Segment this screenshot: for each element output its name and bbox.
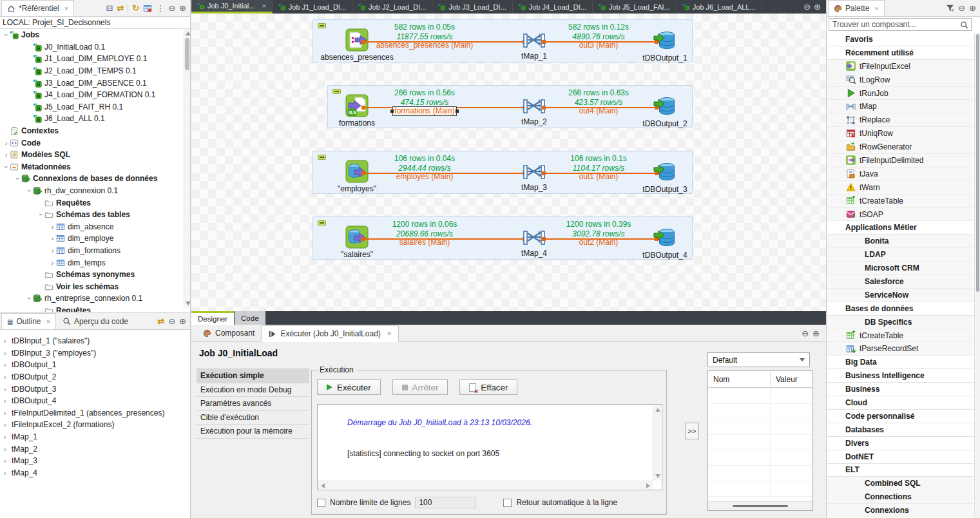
chevron-icon[interactable]	[26, 115, 33, 122]
tree-item[interactable]: Métadonnées	[0, 161, 184, 173]
palette-row[interactable]: Connexions	[827, 504, 974, 517]
tab-code[interactable]: Code	[235, 311, 265, 325]
filter-icon[interactable]	[946, 4, 954, 12]
chevron-icon[interactable]	[37, 199, 44, 207]
context-dropdown[interactable]: Default	[707, 352, 810, 367]
output-component[interactable]: tDBOutput_1	[631, 29, 698, 62]
console-vscrollbar[interactable]	[653, 405, 661, 481]
chevron-icon[interactable]	[26, 67, 33, 75]
chevron-icon[interactable]	[4, 349, 12, 357]
job-tab[interactable]: Job J1_Load_DI...	[273, 0, 352, 14]
chevron-icon[interactable]	[26, 91, 33, 99]
scroll-up-icon[interactable]	[186, 32, 191, 35]
tree-item[interactable]: J6_Load_ALL 0.1	[0, 113, 184, 125]
tree-item[interactable]: Code	[0, 137, 184, 149]
link-name[interactable]: absences_presences (Main)	[376, 41, 474, 50]
tree-item[interactable]: J0_InitialLoad 0.1	[0, 41, 184, 53]
link-name[interactable]: out4 (Main)	[579, 107, 619, 115]
component-search[interactable]	[829, 18, 972, 31]
tree-item[interactable]: J4_Load_DIM_FORMATION 0.1	[0, 89, 184, 101]
tree-item[interactable]: rh_dw_connexion 0.1	[0, 185, 184, 197]
tree-item[interactable]: J3_Load_DIM_ABSENCE 0.1	[0, 77, 184, 89]
component-search-input[interactable]	[829, 20, 960, 29]
outline-item[interactable]: tDBOutput_3	[0, 383, 190, 395]
link-name[interactable]: formations (Main)	[392, 106, 456, 116]
tree-item[interactable]: dim_absence	[0, 221, 184, 233]
collapse-subjob-icon[interactable]	[318, 220, 326, 225]
tree-item[interactable]: Contextes	[0, 125, 184, 137]
dboutput-icon[interactable]	[653, 95, 677, 118]
subjob-box[interactable]: absences_presences 582 rows in 0.05s 118…	[312, 19, 693, 62]
minimize-icon[interactable]: ⊖	[802, 329, 809, 338]
chevron-icon[interactable]	[26, 43, 33, 51]
outline-item[interactable]: tDBInput_1 ("salaires")	[0, 335, 190, 347]
outline-item[interactable]: tFileInputExcel_2 (formations)	[0, 419, 190, 431]
chevron-icon[interactable]	[26, 294, 33, 302]
palette-row[interactable]: Combined SQL	[827, 477, 974, 490]
palette-row[interactable]: tFileInputExcel	[827, 60, 974, 73]
refresh-icon[interactable]: ↻	[132, 3, 139, 13]
chevron-icon[interactable]	[49, 235, 56, 242]
collapse-subjob-icon[interactable]	[318, 155, 326, 160]
outline-item[interactable]: tDBOutput_4	[0, 395, 190, 407]
console-hscrollbar[interactable]	[318, 481, 653, 489]
chevron-icon[interactable]	[4, 445, 12, 453]
chevron-icon[interactable]	[14, 175, 21, 182]
palette-row[interactable]: tFileInputDelimited	[827, 154, 974, 168]
chevron-icon[interactable]	[26, 103, 33, 111]
run-menu-item[interactable]: Cible d'exécution	[197, 411, 309, 425]
chevron-icon[interactable]	[37, 211, 44, 218]
activate-filter-icon[interactable]	[143, 4, 152, 13]
chevron-icon[interactable]	[37, 283, 44, 291]
run-menu-item[interactable]: Exécution simple	[197, 369, 309, 383]
minimize-icon[interactable]: ⊖	[168, 3, 175, 13]
palette-row[interactable]: LDAP	[827, 248, 974, 262]
palette-scrollbar[interactable]	[974, 33, 980, 518]
maximize-icon[interactable]: ⊕	[179, 316, 186, 326]
tree-item[interactable]: dim_formations	[0, 245, 184, 257]
palette-row[interactable]: Microsoft CRM	[827, 262, 974, 275]
tree-item[interactable]: J2_Load_DIM_TEMPS 0.1	[0, 65, 184, 77]
chevron-icon[interactable]	[3, 127, 10, 135]
tree-item[interactable]: Requêtes	[0, 305, 184, 312]
palette-row[interactable]: tUniqRow	[827, 127, 974, 140]
dboutput-icon[interactable]	[653, 29, 677, 52]
chevron-icon[interactable]	[4, 361, 12, 369]
palette-row[interactable]: tLogRow	[827, 73, 974, 87]
stop-button[interactable]: Arrêter	[392, 379, 448, 395]
palette-row[interactable]: Divers	[827, 437, 974, 450]
link-name[interactable]: salaires (Main)	[399, 238, 450, 247]
scroll-thumb[interactable]	[976, 34, 979, 292]
tab-executer[interactable]: Exécuter (Job J0_InitialLoad) ×	[261, 325, 398, 342]
chevron-icon[interactable]	[37, 271, 44, 278]
tree-item[interactable]: Modèles SQL	[0, 149, 184, 161]
chevron-icon[interactable]	[4, 337, 12, 345]
dboutput-icon[interactable]	[653, 160, 677, 184]
tree-item[interactable]: Schémas synonymes	[0, 269, 184, 281]
repository-scrollbar[interactable]	[184, 29, 190, 308]
line-limit-checkbox[interactable]	[317, 499, 325, 507]
job-tab[interactable]: Job J5_Load_FAI...	[593, 0, 677, 14]
chevron-icon[interactable]	[4, 469, 12, 477]
link-with-editor-icon[interactable]: ⇄	[117, 3, 124, 13]
search-icon[interactable]	[960, 21, 968, 29]
palette-row[interactable]: tCreateTable	[827, 195, 974, 208]
tree-item[interactable]: J5_Load_FAIT_RH 0.1	[0, 101, 184, 113]
output-component[interactable]: tDBOutput_4	[631, 226, 698, 260]
link-name[interactable]: out1 (Main)	[579, 173, 619, 181]
palette-row[interactable]: ELT	[827, 464, 974, 477]
tree-item[interactable]: rh_entreprise_connexion 0.1	[0, 293, 184, 305]
tab-designer[interactable]: Designer	[191, 311, 234, 325]
scroll-down-icon[interactable]	[186, 302, 191, 305]
palette-row[interactable]: Business Intelligence	[827, 369, 974, 383]
close-icon[interactable]: ×	[46, 318, 50, 325]
scroll-left-icon[interactable]	[321, 483, 325, 488]
outline-item[interactable]: tFileInputDelimited_1 (absences_presence…	[0, 407, 190, 419]
maximize-icon[interactable]: ⊕	[179, 3, 186, 13]
job-tab[interactable]: Job J6_Load_ALL...	[677, 0, 762, 14]
tab-repository[interactable]: *Référentiel ×	[1, 0, 74, 16]
palette-row[interactable]: Cloud	[827, 396, 974, 410]
palette-row[interactable]: Applications Métier	[827, 221, 974, 235]
minimize-icon[interactable]: ⊖	[168, 316, 175, 326]
clear-button[interactable]: Effacer	[459, 379, 517, 395]
